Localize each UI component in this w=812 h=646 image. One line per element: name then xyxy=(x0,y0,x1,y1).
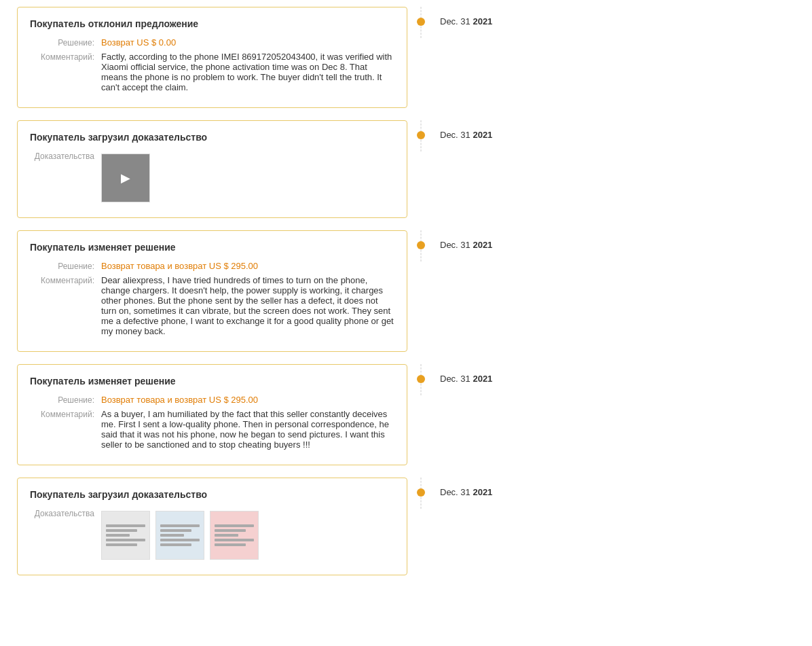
timeline-dot xyxy=(417,488,425,497)
timeline-line-section xyxy=(414,7,428,26)
timeline-card: Покупатель загрузил доказательствоДоказа… xyxy=(17,478,407,575)
timeline-line-section xyxy=(414,120,428,139)
card-section: Покупатель изменяет решениеРешение:Возвр… xyxy=(17,230,407,352)
timeline-date: Dec. 31 2021 xyxy=(440,364,508,384)
timeline-card: Покупатель изменяет решениеРешение:Возвр… xyxy=(17,230,407,352)
timeline-line-section xyxy=(414,230,428,249)
timeline-date: Dec. 31 2021 xyxy=(440,230,508,250)
field-label: Комментарий: xyxy=(30,276,101,285)
evidence-images xyxy=(101,154,150,202)
evidence-thumb-doc-2[interactable] xyxy=(155,511,204,560)
evidence-thumb-doc-3[interactable] xyxy=(210,511,259,560)
timeline-container: Покупатель отклонил предложениеРешение:В… xyxy=(0,0,812,594)
evidence-row: Доказательства xyxy=(30,508,394,560)
timeline-dot xyxy=(417,375,425,383)
card-field-row: Комментарий:Dear aliexpress, I have trie… xyxy=(30,275,394,336)
field-label: Комментарий: xyxy=(30,410,101,419)
timeline-date: Dec. 31 2021 xyxy=(440,7,508,26)
timeline-card: Покупатель загрузил доказательствоДоказа… xyxy=(17,120,407,218)
card-title: Покупатель изменяет решение xyxy=(30,242,394,253)
field-value: Возврат товара и возврат US $ 295.00 xyxy=(101,261,394,271)
field-value: Возврат US $ 0.00 xyxy=(101,37,394,48)
evidence-label: Доказательства xyxy=(30,509,101,518)
timeline-line-section xyxy=(414,478,428,497)
timeline-dot xyxy=(417,241,425,249)
timeline-dot xyxy=(417,131,425,139)
field-label: Решение: xyxy=(30,262,101,271)
timeline-dot xyxy=(417,18,425,26)
field-label: Комментарий: xyxy=(30,52,101,62)
field-value: Factly, according to the phone IMEI 8691… xyxy=(101,52,394,92)
field-value: Dear aliexpress, I have tried hundreds o… xyxy=(101,275,394,336)
card-section: Покупатель загрузил доказательствоДоказа… xyxy=(17,120,407,218)
card-field-row: Решение:Возврат US $ 0.00 xyxy=(30,37,394,48)
field-label: Решение: xyxy=(30,38,101,48)
card-title: Покупатель изменяет решение xyxy=(30,376,394,387)
evidence-row: Доказательства xyxy=(30,151,394,202)
timeline-row: Покупатель отклонил предложениеРешение:В… xyxy=(0,7,812,108)
card-title: Покупатель загрузил доказательство xyxy=(30,132,394,143)
evidence-thumb-doc-1[interactable] xyxy=(101,511,150,560)
timeline-row: Покупатель изменяет решениеРешение:Возвр… xyxy=(0,364,812,465)
timeline-line-section xyxy=(414,364,428,383)
timeline-date: Dec. 31 2021 xyxy=(440,120,508,140)
timeline-row: Покупатель изменяет решениеРешение:Возвр… xyxy=(0,230,812,352)
field-value: Возврат товара и возврат US $ 295.00 xyxy=(101,395,394,405)
field-value: As a buyer, I am humiliated by the fact … xyxy=(101,409,394,450)
field-label: Решение: xyxy=(30,395,101,405)
card-field-row: Решение:Возврат товара и возврат US $ 29… xyxy=(30,395,394,405)
evidence-thumb-video[interactable] xyxy=(101,154,150,202)
timeline-card: Покупатель отклонил предложениеРешение:В… xyxy=(17,7,407,108)
timeline-date: Dec. 31 2021 xyxy=(440,478,508,497)
card-section: Покупатель отклонил предложениеРешение:В… xyxy=(17,7,407,108)
card-field-row: Решение:Возврат товара и возврат US $ 29… xyxy=(30,261,394,271)
card-title: Покупатель загрузил доказательство xyxy=(30,489,394,500)
timeline-card: Покупатель изменяет решениеРешение:Возвр… xyxy=(17,364,407,465)
card-field-row: Комментарий:As a buyer, I am humiliated … xyxy=(30,409,394,450)
timeline-row: Покупатель загрузил доказательствоДоказа… xyxy=(0,120,812,218)
card-title: Покупатель отклонил предложение xyxy=(30,18,394,29)
evidence-images xyxy=(101,511,259,560)
card-section: Покупатель изменяет решениеРешение:Возвр… xyxy=(17,364,407,465)
card-field-row: Комментарий:Factly, according to the pho… xyxy=(30,52,394,92)
timeline-row: Покупатель загрузил доказательствоДоказа… xyxy=(0,478,812,575)
card-section: Покупатель загрузил доказательствоДоказа… xyxy=(17,478,407,575)
evidence-label: Доказательства xyxy=(30,151,101,161)
